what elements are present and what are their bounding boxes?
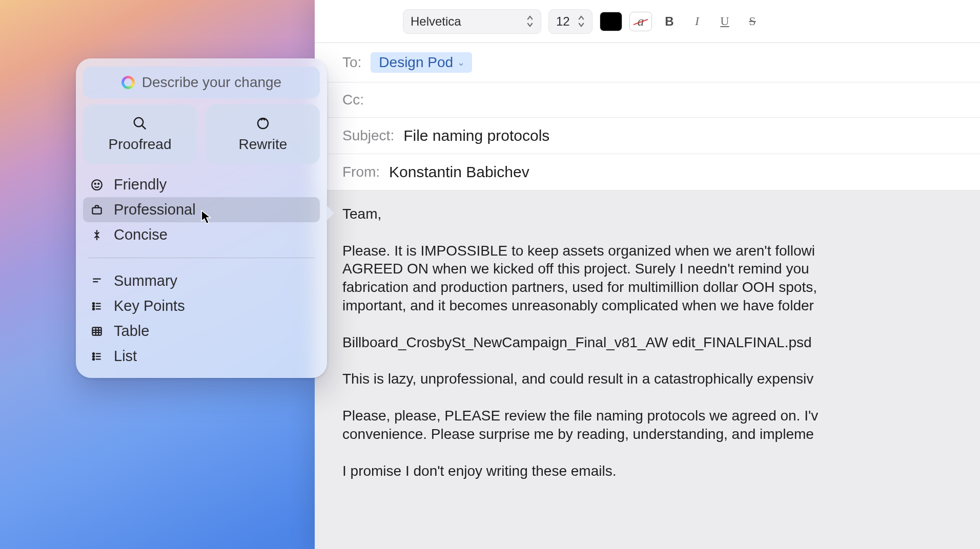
briefcase-icon — [90, 203, 104, 217]
mouse-cursor — [201, 210, 212, 225]
strike-button[interactable]: S — [742, 12, 763, 31]
header-subject-row[interactable]: Subject: File naming protocols — [315, 118, 980, 154]
to-label: To: — [342, 54, 361, 71]
transform-list[interactable]: List — [83, 344, 320, 369]
keypoints-icon — [90, 300, 104, 313]
chevron-down-icon: ⌄ — [457, 57, 465, 68]
highlight-none-glyph: a — [638, 14, 644, 29]
tone-professional-label: Professional — [114, 201, 196, 218]
rewrite-icon — [255, 116, 271, 131]
svg-point-1 — [258, 118, 268, 129]
format-toolbar: Helvetica 12 a B I U S — [315, 0, 980, 43]
magnifier-icon — [132, 116, 148, 131]
from-value: Konstantin Babichev — [389, 163, 529, 181]
proofread-label: Proofread — [109, 136, 172, 153]
svg-point-11 — [93, 355, 94, 357]
describe-change-input[interactable]: Describe your change — [83, 67, 320, 98]
from-label: From: — [342, 164, 380, 180]
summary-icon — [90, 274, 104, 288]
header-to-row[interactable]: To: Design Pod ⌄ — [315, 43, 980, 82]
font-size-value: 12 — [556, 14, 570, 29]
transform-summary-label: Summary — [114, 272, 177, 289]
svg-point-2 — [92, 180, 102, 190]
transform-summary[interactable]: Summary — [83, 268, 320, 293]
svg-point-6 — [93, 302, 94, 304]
italic-button[interactable]: I — [687, 12, 707, 31]
transform-table-label: Table — [114, 323, 149, 340]
rewrite-label: Rewrite — [239, 136, 288, 153]
separator — [88, 258, 315, 258]
transform-keypoints[interactable]: Key Points — [83, 293, 320, 319]
tone-friendly[interactable]: Friendly — [83, 172, 320, 197]
svg-rect-5 — [92, 207, 101, 214]
apple-intelligence-icon — [121, 76, 135, 89]
smile-icon — [90, 178, 104, 192]
font-size-select[interactable]: 12 — [548, 9, 593, 34]
mail-compose-window: Helvetica 12 a B I U S To: Design Pod ⌄ … — [315, 0, 980, 549]
compress-icon — [90, 228, 104, 242]
svg-point-3 — [95, 183, 96, 184]
cc-label: Cc: — [342, 92, 364, 108]
list-icon — [90, 350, 104, 363]
chevron-up-down-icon — [526, 15, 534, 28]
transform-table[interactable]: Table — [83, 319, 320, 344]
font-family-select[interactable]: Helvetica — [403, 9, 541, 34]
svg-rect-9 — [92, 327, 101, 335]
svg-point-0 — [134, 118, 144, 127]
subject-label: Subject: — [342, 128, 394, 144]
subject-value: File naming protocols — [403, 127, 549, 144]
transform-list-label: List — [114, 348, 137, 365]
font-family-value: Helvetica — [411, 14, 461, 29]
tone-concise-label: Concise — [114, 226, 168, 243]
svg-point-7 — [93, 305, 94, 307]
chevron-up-down-icon — [578, 15, 585, 28]
text-color-swatch[interactable] — [600, 12, 622, 31]
mail-body-textarea[interactable]: Team, Please. It is IMPOSSIBLE to keep a… — [315, 190, 980, 549]
header-from-row[interactable]: From: Konstantin Babichev — [315, 154, 980, 190]
rewrite-button[interactable]: Rewrite — [206, 104, 320, 164]
proofread-button[interactable]: Proofread — [83, 104, 197, 164]
highlight-none-button[interactable]: a — [629, 12, 652, 31]
header-cc-row[interactable]: Cc: — [315, 82, 980, 118]
svg-point-4 — [98, 183, 99, 184]
table-icon — [90, 325, 104, 338]
transform-keypoints-label: Key Points — [114, 298, 185, 314]
tone-concise[interactable]: Concise — [83, 222, 320, 247]
svg-point-12 — [93, 358, 94, 360]
svg-point-8 — [93, 308, 94, 309]
tone-friendly-label: Friendly — [114, 176, 167, 193]
svg-point-10 — [93, 352, 94, 354]
underline-button[interactable]: U — [714, 12, 735, 31]
bold-button[interactable]: B — [659, 12, 680, 31]
transform-options: Summary Key Points Table List — [83, 266, 320, 371]
describe-change-placeholder: Describe your change — [142, 74, 281, 91]
recipient-chip-label: Design Pod — [379, 54, 453, 71]
recipient-chip[interactable]: Design Pod ⌄ — [371, 52, 472, 73]
